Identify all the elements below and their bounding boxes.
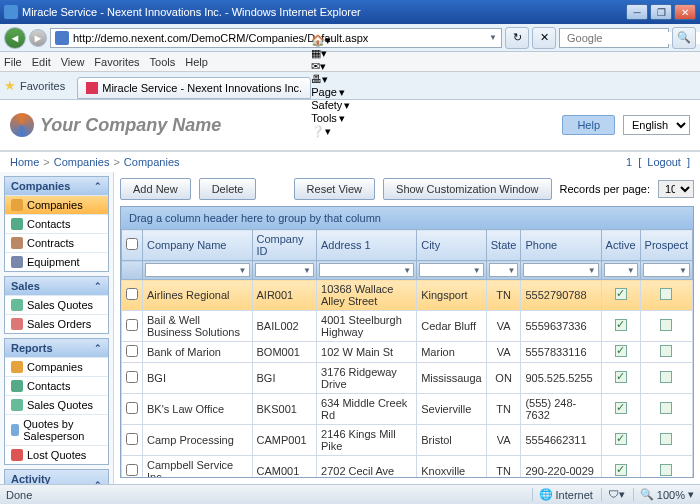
prospect-checkbox[interactable] xyxy=(660,319,672,331)
close-button[interactable]: ✕ xyxy=(674,4,696,20)
table-row[interactable]: Bail & Well Business Solutions BAIL002 4… xyxy=(122,311,693,342)
add-new-button[interactable]: Add New xyxy=(120,178,191,200)
forward-button[interactable]: ► xyxy=(29,29,47,47)
row-checkbox[interactable] xyxy=(126,288,138,300)
sidebar-header-reports[interactable]: Reports⌃ xyxy=(5,339,108,357)
back-button[interactable]: ◄ xyxy=(4,27,26,49)
active-checkbox[interactable] xyxy=(615,288,627,300)
sidebar-item-equipment[interactable]: Equipment xyxy=(5,252,108,271)
menu-tools[interactable]: Tools xyxy=(150,56,176,68)
home-button[interactable]: 🏠▾ xyxy=(311,34,350,47)
mail-button[interactable]: ✉▾ xyxy=(311,60,350,73)
active-checkbox[interactable] xyxy=(615,464,627,476)
filter-company-id[interactable]: ▼ xyxy=(255,263,315,277)
sidebar-item-lost-quotes[interactable]: Lost Quotes xyxy=(5,445,108,464)
zoom-control[interactable]: 🔍100% ▾ xyxy=(633,488,694,501)
print-button[interactable]: 🖶▾ xyxy=(311,73,350,86)
filter-state[interactable]: ▼ xyxy=(489,263,519,277)
row-checkbox[interactable] xyxy=(126,402,138,414)
customization-button[interactable]: Show Customization Window xyxy=(383,178,551,200)
col-company-name[interactable]: Company Name xyxy=(143,230,253,261)
prospect-checkbox[interactable] xyxy=(660,288,672,300)
breadcrumb-home[interactable]: Home xyxy=(10,156,39,168)
browser-tab[interactable]: Miracle Service - Nexent Innovations Inc… xyxy=(77,77,311,99)
reset-view-button[interactable]: Reset View xyxy=(294,178,375,200)
filter-address[interactable]: ▼ xyxy=(319,263,414,277)
col-company-id[interactable]: Company ID xyxy=(252,230,317,261)
menu-favorites[interactable]: Favorites xyxy=(94,56,139,68)
table-row[interactable]: Airlines Regional AIR001 10368 Wallace A… xyxy=(122,280,693,311)
refresh-button[interactable]: ↻ xyxy=(505,27,529,49)
row-checkbox[interactable] xyxy=(126,345,138,357)
table-row[interactable]: Bank of Marion BOM001 102 W Main St Mari… xyxy=(122,342,693,363)
search-box[interactable] xyxy=(559,28,669,48)
address-bar[interactable]: ▼ xyxy=(50,28,502,48)
filter-company-name[interactable]: ▼ xyxy=(145,263,250,277)
prospect-checkbox[interactable] xyxy=(660,402,672,414)
sidebar-item-contracts[interactable]: Contracts xyxy=(5,233,108,252)
prospect-checkbox[interactable] xyxy=(660,464,672,476)
row-checkbox[interactable] xyxy=(126,464,138,476)
prospect-checkbox[interactable] xyxy=(660,433,672,445)
page-menu[interactable]: Page ▾ xyxy=(311,86,350,99)
row-checkbox[interactable] xyxy=(126,371,138,383)
sidebar-item-companies[interactable]: Companies xyxy=(5,357,108,376)
maximize-button[interactable]: ❐ xyxy=(650,4,672,20)
filter-phone[interactable]: ▼ xyxy=(523,263,598,277)
security-zone[interactable]: 🌐Internet xyxy=(532,488,593,501)
table-row[interactable]: BK's Law Office BKS001 634 Middle Creek … xyxy=(122,394,693,425)
dropdown-icon[interactable]: ▼ xyxy=(489,33,497,42)
sidebar-item-sales-quotes[interactable]: Sales Quotes xyxy=(5,295,108,314)
url-input[interactable] xyxy=(73,32,485,44)
sidebar-item-sales-orders[interactable]: Sales Orders xyxy=(5,314,108,333)
menu-help[interactable]: Help xyxy=(185,56,208,68)
sidebar-item-contacts[interactable]: Contacts xyxy=(5,376,108,395)
sidebar-item-companies[interactable]: Companies xyxy=(5,195,108,214)
records-per-page-select[interactable]: 100 xyxy=(658,180,694,198)
col-prospect[interactable]: Prospect xyxy=(640,230,692,261)
logout-link[interactable]: Logout xyxy=(647,156,681,168)
filter-active[interactable]: ▼ xyxy=(604,263,638,277)
sidebar-item-quotes-by-salesperson[interactable]: Quotes by Salesperson xyxy=(5,414,108,445)
col-city[interactable]: City xyxy=(417,230,487,261)
feeds-button[interactable]: ▦▾ xyxy=(311,47,350,60)
sidebar-header-sales[interactable]: Sales⌃ xyxy=(5,277,108,295)
table-row[interactable]: BGI BGI 3176 Ridgeway Drive Mississauga … xyxy=(122,363,693,394)
active-checkbox[interactable] xyxy=(615,402,627,414)
select-all-checkbox[interactable] xyxy=(126,238,138,250)
breadcrumb-companies[interactable]: Companies xyxy=(54,156,110,168)
active-checkbox[interactable] xyxy=(615,371,627,383)
group-by-bar[interactable]: Drag a column header here to group by th… xyxy=(121,207,693,229)
favorites-star-icon[interactable]: ★ xyxy=(4,78,16,93)
active-checkbox[interactable] xyxy=(615,319,627,331)
active-checkbox[interactable] xyxy=(615,345,627,357)
col-active[interactable]: Active xyxy=(601,230,640,261)
table-row[interactable]: Camp Processing CAMP001 2146 Kings Mill … xyxy=(122,425,693,456)
filter-prospect[interactable]: ▼ xyxy=(643,263,690,277)
language-select[interactable]: English xyxy=(623,115,690,135)
favorites-label[interactable]: Favorites xyxy=(20,80,65,92)
search-go-button[interactable]: 🔍 xyxy=(672,27,696,49)
menu-edit[interactable]: Edit xyxy=(32,56,51,68)
sidebar-item-sales-quotes[interactable]: Sales Quotes xyxy=(5,395,108,414)
sidebar-header-activity[interactable]: Activity Dashboard⌃ xyxy=(5,470,108,484)
protected-mode[interactable]: 🛡▾ xyxy=(601,488,625,501)
row-checkbox[interactable] xyxy=(126,319,138,331)
col-address[interactable]: Address 1 xyxy=(317,230,417,261)
sidebar-header-companies[interactable]: Companies⌃ xyxy=(5,177,108,195)
col-phone[interactable]: Phone xyxy=(521,230,601,261)
minimize-button[interactable]: ─ xyxy=(626,4,648,20)
menu-file[interactable]: File xyxy=(4,56,22,68)
table-row[interactable]: Campbell Service Inc. CAM001 2702 Cecil … xyxy=(122,456,693,478)
sidebar-item-contacts[interactable]: Contacts xyxy=(5,214,108,233)
row-checkbox[interactable] xyxy=(126,433,138,445)
prospect-checkbox[interactable] xyxy=(660,345,672,357)
help-button[interactable]: Help xyxy=(562,115,615,135)
active-checkbox[interactable] xyxy=(615,433,627,445)
stop-button[interactable]: ✕ xyxy=(532,27,556,49)
filter-city[interactable]: ▼ xyxy=(419,263,484,277)
delete-button[interactable]: Delete xyxy=(199,178,257,200)
col-state[interactable]: State xyxy=(486,230,521,261)
menu-view[interactable]: View xyxy=(61,56,85,68)
prospect-checkbox[interactable] xyxy=(660,371,672,383)
